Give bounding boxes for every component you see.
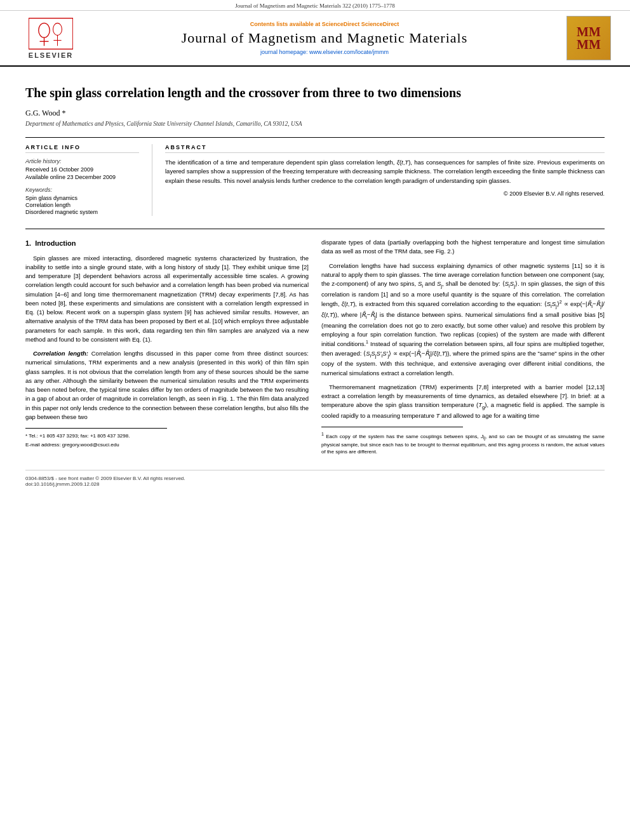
article-info-column: ARTICLE INFO Article history: Received 1…	[25, 144, 152, 216]
col2-para-3: Thermoremanent magnetization (TRM) exper…	[321, 383, 605, 421]
body-column-right: disparate types of data (partially overl…	[321, 238, 605, 457]
journal-reference-bar: Journal of Magnetism and Magnetic Materi…	[0, 0, 630, 11]
doi-line: doi:10.1016/j.jmmm.2009.12.028	[25, 481, 605, 487]
body-column-left: 1. Introduction Spin glasses are mixed i…	[25, 238, 309, 457]
journal-main-title: Journal of Magnetism and Magnetic Materi…	[83, 30, 566, 46]
intro-para-2: Correlation length: Correlation lengths …	[25, 349, 309, 422]
journal-header: ELSEVIER Contents lists available at Sci…	[0, 11, 630, 67]
available-date: Available online 23 December 2009	[25, 174, 139, 180]
intro-para-1: Spin glasses are mixed interacting, diso…	[25, 254, 309, 345]
info-abstract-section: ARTICLE INFO Article history: Received 1…	[25, 137, 605, 216]
journal-title-center: Contents lists available at ScienceDirec…	[83, 21, 566, 55]
journal-homepage: journal homepage: www.elsevier.com/locat…	[83, 49, 566, 55]
journal-reference-text: Journal of Magnetism and Magnetic Materi…	[235, 3, 394, 9]
svg-rect-0	[29, 18, 73, 49]
footnote-1: 1 Each copy of the system has the same c…	[321, 431, 605, 455]
keyword-2: Correlation length	[25, 202, 139, 208]
journal-cover-image: MM MM	[566, 16, 611, 60]
abstract-heading: ABSTRACT	[165, 144, 605, 153]
keyword-1: Spin glass dynamics	[25, 195, 139, 201]
keywords-label: Keywords:	[25, 187, 139, 193]
article-history-label: Article history:	[25, 158, 139, 164]
cover-letters: MM MM	[577, 25, 601, 51]
received-date: Received 16 October 2009	[25, 166, 139, 173]
elsevier-logo: ELSEVIER	[19, 18, 83, 59]
issn-line: 0304-8853/$ - see front matter © 2009 El…	[25, 476, 605, 481]
article-content: The spin glass correlation length and th…	[0, 67, 630, 500]
elsevier-brand-text: ELSEVIER	[29, 51, 73, 59]
keyword-3: Disordered magnetic system	[25, 209, 139, 215]
abstract-text: The identification of a time and tempera…	[165, 158, 605, 185]
footnote-divider-right	[321, 427, 463, 427]
article-title: The spin glass correlation length and th…	[25, 84, 605, 101]
sciencedirect-line: Contents lists available at ScienceDirec…	[83, 21, 566, 27]
bottom-info: 0304-8853/$ - see front matter © 2009 El…	[25, 470, 605, 487]
article-info-heading: ARTICLE INFO	[25, 144, 139, 153]
email-footnote: E-mail address: gregory.wood@csuci.edu	[25, 441, 309, 448]
abstract-column: ABSTRACT The identification of a time an…	[152, 144, 605, 216]
col2-para-2: Correlation lengths have had success exp…	[321, 262, 605, 378]
sciencedirect-brand: ScienceDirect	[361, 21, 399, 27]
footnote-divider-left	[25, 428, 167, 429]
author-affiliation: Department of Mathematics and Physics, C…	[25, 121, 605, 127]
col2-para-1: disparate types of data (partially overl…	[321, 238, 605, 257]
author-footnote: * Tel.: +1 805 437 3293; fax: +1 805 437…	[25, 432, 309, 439]
author-name: G.G. Wood *	[25, 109, 605, 118]
body-columns: 1. Introduction Spin glasses are mixed i…	[25, 229, 605, 457]
homepage-url: www.elsevier.com/locate/jmmm	[309, 49, 389, 55]
section1-title: 1. Introduction	[25, 238, 309, 249]
copyright-line: © 2009 Elsevier B.V. All rights reserved…	[165, 190, 605, 197]
elsevier-tree-image	[29, 18, 73, 50]
